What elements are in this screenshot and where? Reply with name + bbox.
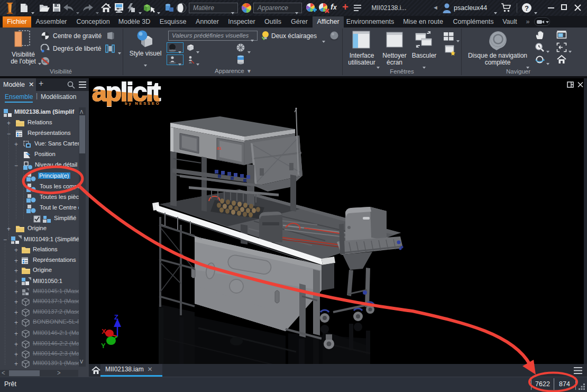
svg-text:Y: Y [101,342,106,350]
svg-text:81: 81 [217,146,222,151]
svg-text:?: ? [525,4,529,12]
svg-text:Z: Z [114,313,118,321]
svg-text:X: X [102,327,106,335]
